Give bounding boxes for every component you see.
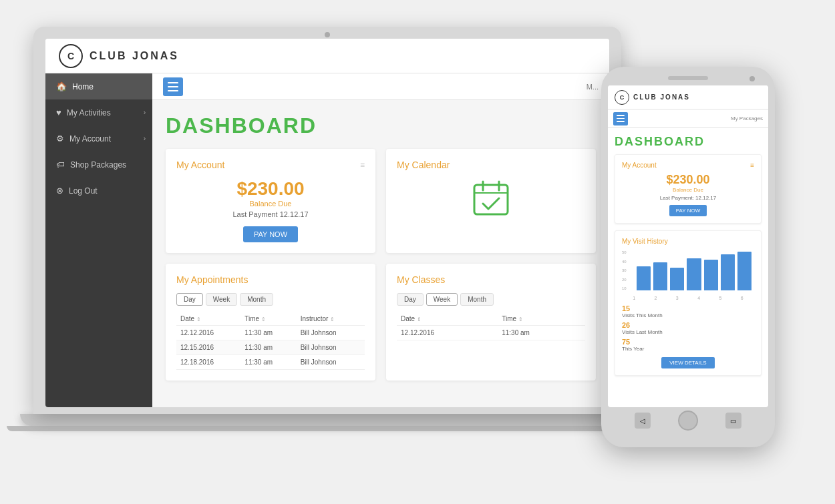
phone-hamburger-button[interactable]	[613, 112, 628, 125]
phone-back-button[interactable]: ◁	[635, 413, 651, 429]
classes-tabs: Day Week Month	[397, 293, 585, 306]
sort-arrow-date[interactable]: ⇕	[196, 316, 201, 322]
classes-title-text: My Classes	[397, 274, 445, 285]
cell-time: 11:30 am	[240, 355, 296, 370]
y-label-10: 10	[622, 286, 627, 290]
col-time: Time ⇕	[240, 312, 296, 326]
y-label-40: 40	[622, 260, 627, 264]
x-label-3: 3	[668, 296, 687, 300]
phone-device: C CLUB JONAS My Packages DASHBOARD	[601, 67, 775, 447]
top-bar: M...	[152, 73, 609, 100]
phone-speaker	[668, 76, 708, 80]
app-header: C CLUB JONAS	[45, 39, 609, 73]
sort-arrow-date-2[interactable]: ⇕	[417, 316, 422, 322]
laptop-foot	[7, 426, 648, 431]
visit-bar-chart	[634, 250, 754, 290]
bar-4	[687, 258, 701, 290]
bar-5	[704, 260, 718, 290]
phone-pay-now-button[interactable]: PAY NOW	[669, 205, 707, 216]
classes-tab-day[interactable]: Day	[397, 293, 424, 306]
tag-icon: 🏷	[56, 160, 65, 170]
account-title-text: My Account	[176, 160, 224, 170]
sort-arrow-time[interactable]: ⇕	[261, 316, 266, 322]
gear-icon: ⚙	[56, 134, 64, 144]
x-label-5: 5	[711, 296, 729, 300]
sidebar-item-activities[interactable]: ♥ My Activities ›	[45, 99, 152, 125]
logo-letter: C	[67, 51, 74, 61]
calendar-title-text: My Calendar	[397, 160, 450, 170]
phone-account-card: My Account ≡ $230.00 Balance Due Last Pa…	[615, 154, 762, 224]
logo-circle: C	[59, 44, 83, 68]
bar-3	[670, 268, 684, 290]
balance-label: Balance Due	[176, 200, 365, 208]
y-label-20: 20	[622, 278, 627, 282]
cell-date: 12.12.2016	[397, 326, 498, 340]
view-details-button[interactable]: VIEW DETAILS	[661, 357, 714, 368]
calendar-svg-icon	[471, 178, 511, 218]
tab-week[interactable]: Week	[206, 293, 237, 306]
phone-home-button[interactable]	[678, 411, 698, 431]
my-account-card: My Account ≡ $230.00 Balance Due Last Pa…	[166, 149, 375, 253]
cell-instructor: Bill Johnson	[297, 340, 365, 355]
card-menu-icon[interactable]: ≡	[360, 160, 365, 170]
sidebar-item-packages[interactable]: 🏷 Shop Packages	[45, 152, 152, 178]
phone-account-title-text: My Account	[622, 162, 657, 169]
chart-x-labels: 1 2 3 4 5 6	[622, 296, 754, 300]
app-title: CLUB JONAS	[90, 50, 179, 62]
phone-account-card-title: My Account ≡	[622, 162, 754, 169]
appointments-card-title: My Appointments	[176, 274, 365, 285]
tab-day[interactable]: Day	[176, 293, 203, 306]
x-label-1: 1	[625, 296, 643, 300]
cell-date: 12.15.2016	[176, 340, 240, 355]
heart-icon: ♥	[56, 107, 61, 117]
visits-this-year-number: 75	[622, 338, 754, 346]
phone-bottom-controls: ◁ ▭	[608, 407, 768, 434]
cell-instructor: Bill Johnson	[297, 326, 365, 340]
cell-time: 11:30 am	[240, 340, 296, 355]
sidebar-item-account[interactable]: ⚙ My Account ›	[45, 125, 152, 152]
phone-hamburger-line-2	[617, 118, 625, 119]
phone-balance-label: Balance Due	[622, 187, 754, 193]
app-body: 🏠 Home ♥ My Activities › ⚙ My Account ›	[45, 73, 609, 407]
tab-month[interactable]: Month	[240, 293, 273, 306]
hamburger-line-1	[168, 82, 178, 83]
table-row: 12.12.201611:30 amBill Johnson	[176, 326, 365, 340]
x-label-4: 4	[689, 296, 708, 300]
phone-body: C CLUB JONAS My Packages DASHBOARD	[601, 67, 775, 447]
pay-now-button[interactable]: PAY NOW	[243, 226, 298, 242]
sort-arrow-instructor[interactable]: ⇕	[330, 316, 335, 322]
visits-last-month: 26 Visits Last Month	[622, 321, 754, 335]
laptop-screen: C CLUB JONAS 🏠 Home ♥ My Activities ›	[45, 39, 609, 407]
visits-this-year-label: This Year	[622, 346, 754, 352]
my-appointments-card: My Appointments Day Week Month	[166, 264, 375, 381]
classes-tab-month[interactable]: Month	[460, 293, 494, 306]
hamburger-button[interactable]	[163, 77, 183, 96]
appointments-tabs: Day Week Month	[176, 293, 365, 306]
classes-col-date: Date ⇕	[397, 312, 498, 326]
col-instructor: Instructor ⇕	[297, 312, 365, 326]
table-row: 12.18.201611:30 amBill Johnson	[176, 355, 365, 370]
appointments-table: Date ⇕ Time ⇕ Instructor ⇕ 12.12.201611:…	[176, 312, 365, 370]
bar-6	[721, 254, 735, 290]
cell-instructor: Bill Johnson	[297, 355, 365, 370]
phone-menu-button[interactable]: ▭	[725, 413, 741, 429]
sort-arrow-time-2[interactable]: ⇕	[518, 316, 523, 322]
table-row: 12.15.201611:30 amBill Johnson	[176, 340, 365, 355]
content-area: DASHBOARD My Account ≡ $230.00 Balance D…	[152, 100, 609, 407]
sidebar-item-home[interactable]: 🏠 Home	[45, 73, 152, 99]
bar-7	[737, 252, 752, 290]
sidebar-item-logout[interactable]: ⊗ Log Out	[45, 178, 152, 204]
visits-this-year: 75 This Year	[622, 338, 754, 352]
phone-screen: C CLUB JONAS My Packages DASHBOARD	[608, 85, 768, 407]
sidebar-item-logout-label: Log Out	[69, 186, 98, 196]
chevron-icon-2: ›	[144, 135, 146, 142]
phone-content: DASHBOARD My Account ≡ $230.00 Balance D…	[608, 128, 768, 407]
classes-tab-week[interactable]: Week	[426, 293, 458, 306]
x-label-6: 6	[733, 296, 752, 300]
col-date: Date ⇕	[176, 312, 240, 326]
phone-balance: $230.00	[622, 173, 754, 187]
y-label-30: 30	[622, 268, 627, 272]
visits-this-month-number: 15	[622, 304, 754, 312]
svg-rect-0	[474, 185, 508, 214]
phone-logo-circle: C	[615, 90, 629, 105]
